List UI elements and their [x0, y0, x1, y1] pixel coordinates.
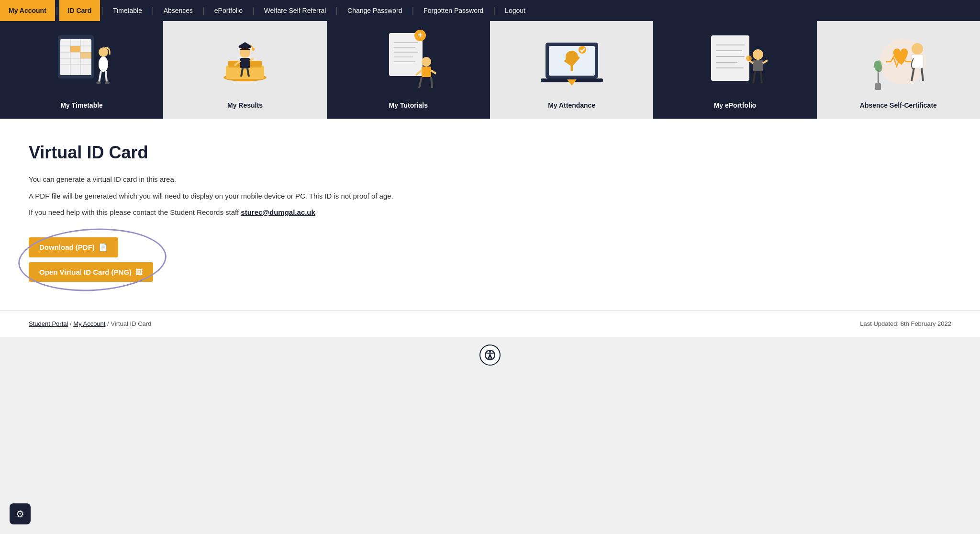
- tile-results[interactable]: My Results: [163, 21, 326, 119]
- nav-sep-8: |: [492, 0, 496, 21]
- svg-point-14: [96, 81, 101, 84]
- absence-illustration: [817, 21, 980, 98]
- tile-absence-label: Absence Self-Certificate: [860, 101, 937, 109]
- nav-forgotten-password[interactable]: Forgotten Password: [415, 0, 492, 21]
- nav-eportfolio[interactable]: ePortfolio: [206, 0, 251, 21]
- tile-eportfolio[interactable]: My ePortfolio: [653, 21, 816, 119]
- tutorials-illustration: +: [327, 21, 490, 98]
- breadcrumb-student-portal[interactable]: Student Portal: [29, 320, 68, 327]
- svg-point-23: [252, 48, 255, 51]
- svg-point-37: [422, 57, 431, 67]
- nav-logout[interactable]: Logout: [496, 0, 534, 21]
- btn-pdf-label: Download (PDF): [39, 243, 95, 251]
- svg-rect-68: [912, 55, 923, 68]
- tile-attendance-label: My Attendance: [548, 101, 595, 109]
- svg-rect-60: [753, 60, 763, 71]
- tile-results-label: My Results: [227, 101, 263, 109]
- svg-line-40: [431, 77, 432, 88]
- tile-tutorials[interactable]: + My Tutorials: [327, 21, 490, 119]
- content-para-2: A PDF file will be generated which you w…: [29, 191, 951, 202]
- settings-gear-button[interactable]: ⚙: [10, 503, 31, 524]
- content-para-1: You can generate a virtual ID card in th…: [29, 174, 951, 185]
- tile-attendance[interactable]: My Attendance: [490, 21, 653, 119]
- svg-point-75: [489, 351, 491, 353]
- last-updated-text: Last Updated: 8th February 2022: [860, 320, 951, 327]
- svg-point-11: [99, 56, 108, 72]
- gear-icon: ⚙: [16, 508, 24, 520]
- nav-sep-4: |: [201, 0, 206, 21]
- nav-sep-3: |: [151, 0, 155, 21]
- accessibility-button[interactable]: [479, 345, 501, 366]
- nav-sep-1: |: [55, 0, 59, 21]
- pdf-icon: 📄: [99, 243, 108, 252]
- timetable-illustration: [0, 21, 163, 98]
- svg-point-49: [579, 46, 586, 54]
- tiles-grid: My Timetable: [0, 21, 980, 119]
- nav-my-account[interactable]: My Account: [0, 0, 55, 21]
- svg-point-65: [746, 56, 752, 61]
- nav-sep-6: |: [334, 0, 339, 21]
- svg-line-61: [753, 71, 755, 83]
- circle-annotation: [17, 224, 168, 294]
- nav-sep-7: |: [411, 0, 415, 21]
- content-para-3-text: If you need help with this please contac…: [29, 208, 241, 216]
- svg-rect-53: [711, 35, 749, 81]
- bottom-bar: [0, 337, 980, 373]
- nav-change-password[interactable]: Change Password: [339, 0, 411, 21]
- svg-point-67: [912, 43, 923, 55]
- svg-rect-74: [875, 83, 881, 90]
- svg-rect-8: [70, 46, 80, 52]
- main-content-area: Virtual ID Card You can generate a virtu…: [0, 119, 980, 310]
- page-title: Virtual ID Card: [29, 143, 951, 163]
- accessibility-icon: [484, 349, 496, 361]
- open-png-button[interactable]: Open Virtual ID Card (PNG) 🖼: [29, 262, 153, 282]
- buttons-area: Download (PDF) 📄 Open Virtual ID Card (P…: [29, 237, 153, 287]
- btn-png-label: Open Virtual ID Card (PNG): [39, 268, 132, 276]
- main-nav: My Account | ID Card | Timetable | Absen…: [0, 0, 980, 21]
- nav-timetable[interactable]: Timetable: [104, 0, 151, 21]
- content-para-3: If you need help with this please contac…: [29, 207, 951, 218]
- tile-absence[interactable]: Absence Self-Certificate: [817, 21, 980, 119]
- svg-line-13: [106, 71, 107, 82]
- nav-absences[interactable]: Absences: [155, 0, 201, 21]
- svg-line-64: [763, 60, 768, 63]
- svg-line-26: [250, 58, 254, 61]
- breadcrumb-my-account[interactable]: My Account: [73, 320, 105, 327]
- svg-line-12: [99, 71, 101, 82]
- nav-sep-2: |: [100, 0, 104, 21]
- eportfolio-illustration: [653, 21, 816, 98]
- svg-line-42: [431, 70, 436, 74]
- svg-point-15: [105, 81, 110, 84]
- breadcrumb-virtual-id-card: Virtual ID Card: [111, 320, 151, 327]
- nav-id-card[interactable]: ID Card: [59, 0, 100, 21]
- svg-rect-24: [240, 58, 250, 68]
- svg-rect-9: [80, 52, 91, 58]
- attendance-illustration: [490, 21, 653, 98]
- svg-point-59: [753, 49, 763, 60]
- nav-sep-5: |: [251, 0, 256, 21]
- svg-point-10: [99, 47, 108, 57]
- tile-eportfolio-label: My ePortfolio: [714, 101, 757, 109]
- email-link[interactable]: sturec@dumgal.ac.uk: [241, 208, 315, 216]
- tile-timetable[interactable]: My Timetable: [0, 21, 163, 119]
- svg-marker-21: [238, 42, 252, 46]
- nav-welfare[interactable]: Welfare Self Referral: [256, 0, 335, 21]
- breadcrumb: Student Portal / My Account / Virtual ID…: [29, 320, 151, 327]
- svg-marker-52: [567, 79, 577, 86]
- results-illustration: [163, 21, 326, 98]
- download-pdf-button[interactable]: Download (PDF) 📄: [29, 237, 118, 257]
- footer: Student Portal / My Account / Virtual ID…: [0, 310, 980, 337]
- svg-line-39: [419, 77, 422, 88]
- tile-tutorials-label: My Tutorials: [389, 101, 428, 109]
- svg-text:+: +: [418, 30, 423, 40]
- image-icon: 🖼: [135, 268, 143, 276]
- tile-timetable-label: My Timetable: [60, 101, 102, 109]
- svg-rect-38: [422, 67, 431, 77]
- svg-line-62: [761, 71, 762, 83]
